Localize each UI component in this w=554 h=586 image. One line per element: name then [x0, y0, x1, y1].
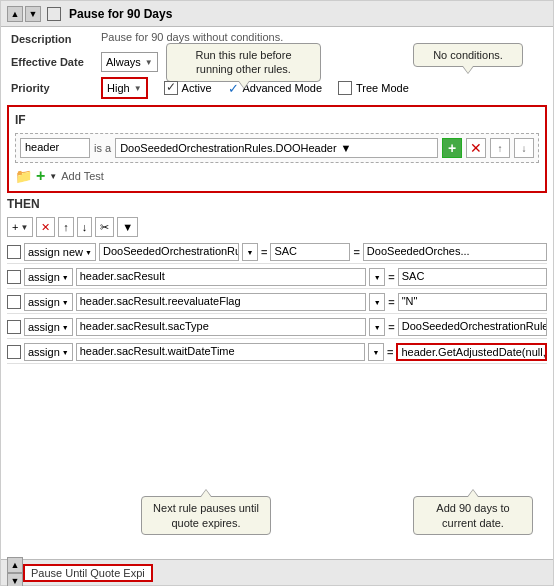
- then-add-btn[interactable]: + ▼: [7, 217, 33, 237]
- action-arrow-1: ▼: [85, 249, 92, 256]
- if-is-a-label: is a: [94, 142, 111, 154]
- callout-arrow-up-2b: [468, 490, 478, 497]
- bottom-rule-text: Pause Until Quote Expi: [31, 567, 145, 579]
- advanced-mode-label: Advanced Mode: [243, 82, 323, 94]
- row-highlighted-value-5[interactable]: header.GetAdjustedDate(null,90): [396, 343, 547, 361]
- field-value-1: DooSeededOrchestrationRules.SacResult: [103, 245, 239, 257]
- callout-arrow-down-1b: [239, 81, 249, 88]
- bottom-arrow-up-btn[interactable]: ▲: [7, 557, 23, 573]
- rule-title: Pause for 90 Days: [69, 7, 172, 21]
- callout-next-rule: Next rule pauses until quote expires.: [141, 496, 271, 535]
- field-dropdown-1[interactable]: ▼: [242, 243, 258, 261]
- if-section: IF header is a DooSeededOrchestrationRul…: [7, 105, 547, 193]
- row-checkbox-4[interactable]: [7, 320, 21, 334]
- if-field-input[interactable]: header: [20, 138, 90, 158]
- row-value-2[interactable]: SAC: [398, 268, 547, 286]
- field-dropdown-5[interactable]: ▼: [368, 343, 384, 361]
- folder-icon: 📁: [15, 168, 32, 184]
- callout-arrow-down-2b: [463, 66, 473, 73]
- arrow-down-btn[interactable]: ▼: [25, 6, 41, 22]
- then-title: THEN: [7, 197, 547, 211]
- active-checkbox-item: Active: [164, 81, 212, 95]
- then-cut-btn[interactable]: ✂: [95, 217, 114, 237]
- row-checkbox-2[interactable]: [7, 270, 21, 284]
- callout-no-conditions-text: No conditions.: [433, 49, 503, 61]
- callout-next-rule-text: Next rule pauses until quote expires.: [153, 502, 259, 528]
- field-dropdown-3[interactable]: ▼: [369, 293, 385, 311]
- action-value-5: assign: [28, 346, 60, 358]
- value-text-1b: DooSeededOrches...: [367, 245, 470, 257]
- then-more-btn[interactable]: ▼: [117, 217, 138, 237]
- then-down-btn[interactable]: ↓: [77, 217, 93, 237]
- action-select-1[interactable]: assign new ▼: [24, 243, 96, 261]
- description-value: Pause for 90 days without conditions.: [101, 31, 543, 43]
- action-select-3[interactable]: assign ▼: [24, 293, 73, 311]
- if-remove-btn[interactable]: ✕: [466, 138, 486, 158]
- if-field-value: header: [25, 141, 59, 153]
- action-select-2[interactable]: assign ▼: [24, 268, 73, 286]
- action-arrow-2: ▼: [62, 274, 69, 281]
- action-select-4[interactable]: assign ▼: [24, 318, 73, 336]
- row-checkbox-1[interactable]: [7, 245, 21, 259]
- table-row: assign ▼ header.sacResult ▼ = SAC: [7, 266, 547, 289]
- add-test-dropdown-icon[interactable]: ▼: [49, 172, 57, 181]
- priority-select[interactable]: High ▼: [101, 77, 148, 99]
- effective-date-value: Always: [106, 56, 141, 68]
- if-add-btn[interactable]: +: [442, 138, 462, 158]
- header-bar: ▲ ▼ Pause for 90 Days: [1, 1, 553, 27]
- if-up-btn[interactable]: ↑: [490, 138, 510, 158]
- then-remove-btn[interactable]: ✕: [36, 217, 55, 237]
- if-down-btn[interactable]: ↓: [514, 138, 534, 158]
- eq-sign-5: =: [387, 346, 393, 358]
- value-text-4: DooSeededOrchestrationRules.SacResult: [402, 320, 547, 332]
- field-select-3[interactable]: header.sacResult.reevaluateFlag: [76, 293, 367, 311]
- row-value-1b[interactable]: DooSeededOrches...: [363, 243, 547, 261]
- description-label: Description: [11, 31, 101, 45]
- row-value-1[interactable]: SAC: [270, 243, 350, 261]
- field-select-5[interactable]: header.sacResult.waitDateTime: [76, 343, 365, 361]
- effective-date-select[interactable]: Always ▼: [101, 52, 158, 72]
- row-checkbox-3[interactable]: [7, 295, 21, 309]
- tree-mode-checkbox[interactable]: [338, 81, 352, 95]
- bottom-arrow-down-btn[interactable]: ▼: [7, 573, 23, 587]
- tree-mode-item: Tree Mode: [338, 81, 409, 95]
- table-row: assign ▼ header.sacResult.sacType ▼ = Do…: [7, 316, 547, 339]
- callout-top: Run this rule before running other rules…: [166, 43, 321, 82]
- row-value-3[interactable]: "N": [398, 293, 547, 311]
- field-dropdown-2[interactable]: ▼: [369, 268, 385, 286]
- eq-sign-2: =: [388, 271, 394, 283]
- eq-sign-3: =: [388, 296, 394, 308]
- effective-date-label: Effective Date: [11, 56, 101, 68]
- bottom-bar: ▲ ▼ Pause Until Quote Expi: [1, 559, 553, 585]
- header-checkbox[interactable]: [47, 7, 61, 21]
- value-text-5: header.GetAdjustedDate(null,90): [401, 346, 547, 358]
- effective-date-arrow-icon: ▼: [145, 58, 153, 67]
- then-up-btn[interactable]: ↑: [58, 217, 74, 237]
- active-checkbox[interactable]: [164, 81, 178, 95]
- row-checkbox-5[interactable]: [7, 345, 21, 359]
- active-label: Active: [182, 82, 212, 94]
- action-select-5[interactable]: assign ▼: [24, 343, 73, 361]
- table-row: assign new ▼ DooSeededOrchestrationRules…: [7, 241, 547, 264]
- eq-sign-1b: =: [353, 246, 359, 258]
- action-value-1: assign new: [28, 246, 83, 258]
- if-type-select[interactable]: DooSeededOrchestrationRules.DOOHeader ▼: [115, 138, 438, 158]
- action-value-2: assign: [28, 271, 60, 283]
- field-value-3: header.sacResult.reevaluateFlag: [80, 295, 241, 307]
- callout-add-days-text: Add 90 days to current date.: [436, 502, 509, 528]
- add-test-label: Add Test: [61, 170, 104, 182]
- row-value-4[interactable]: DooSeededOrchestrationRules.SacResult: [398, 318, 547, 336]
- arrow-up-btn[interactable]: ▲: [7, 6, 23, 22]
- value-text-2: SAC: [402, 270, 425, 282]
- bottom-arrows: ▲ ▼: [7, 557, 23, 587]
- field-value-4: header.sacResult.sacType: [80, 320, 209, 332]
- field-select-2[interactable]: header.sacResult: [76, 268, 367, 286]
- if-type-arrow-icon: ▼: [341, 142, 352, 154]
- field-select-1[interactable]: DooSeededOrchestrationRules.SacResult: [99, 243, 239, 261]
- callout-no-conditions: No conditions.: [413, 43, 523, 67]
- field-dropdown-4[interactable]: ▼: [369, 318, 385, 336]
- if-condition-row: header is a DooSeededOrchestrationRules.…: [15, 133, 539, 163]
- bottom-rule-name[interactable]: Pause Until Quote Expi: [23, 564, 153, 582]
- field-select-4[interactable]: header.sacResult.sacType: [76, 318, 367, 336]
- add-test-plus-icon[interactable]: +: [36, 167, 45, 185]
